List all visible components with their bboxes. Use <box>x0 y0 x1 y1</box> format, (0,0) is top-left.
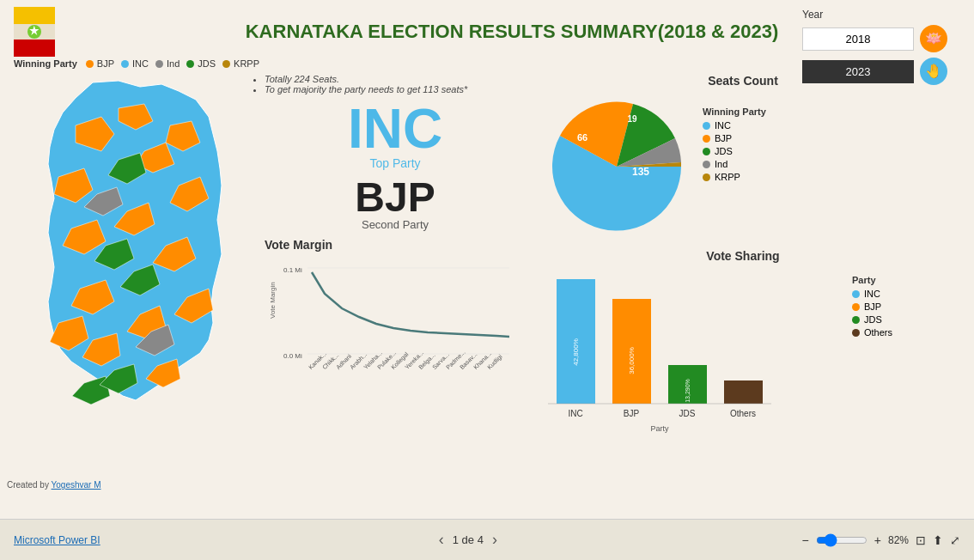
inc-logo-icon: 🤚 <box>919 57 948 86</box>
seats-pie-svg: 135 66 19 <box>539 89 694 244</box>
powerbi-label[interactable]: Microsoft Power BI <box>14 534 134 546</box>
next-page-btn[interactable]: › <box>492 531 497 549</box>
vote-margin-title: Vote Margin <box>265 238 526 252</box>
vote-margin-svg: Vote Margin 0.1 Mi 0.0 Mi Kanak... Chikk… <box>265 255 514 375</box>
bullet-1: Totally 224 Seats. <box>265 74 526 84</box>
svg-text:Vote Margin: Vote Margin <box>269 282 277 319</box>
svg-text:INC: INC <box>568 409 582 418</box>
legend-label-bjp: BJP <box>97 58 114 69</box>
pie-chart-area: 135 66 19 <box>539 89 703 247</box>
bjp-logo-icon: 🪷 <box>919 24 948 53</box>
author-link[interactable]: Yogeshvar M <box>52 480 101 490</box>
footer-right: − + 82% ⊡ ⬆ ⤢ <box>802 533 960 547</box>
seats-legend: Winning Party INC BJP JDS Ind <box>703 89 806 185</box>
vlegend-bjp: BJP <box>852 301 947 312</box>
legend-label-jds: JDS <box>198 58 216 69</box>
share-icon[interactable]: ⬆ <box>933 533 943 547</box>
main-content: Created by Yogeshvar M Totally 224 Seats… <box>0 70 974 491</box>
top-party-name: INC <box>265 101 526 156</box>
fullscreen-icon[interactable]: ⤢ <box>950 533 960 547</box>
vlegend-others: Others <box>852 327 947 338</box>
vote-sharing-bars: 42,800% INC 36,000% BJP 13,290% JDS Othe… <box>539 266 852 441</box>
year-2023-btn[interactable]: 2023 <box>802 60 914 83</box>
svg-rect-64 <box>724 380 763 404</box>
svg-text:36,000%: 36,000% <box>628 347 636 374</box>
legend-item-inc: INC <box>703 120 806 131</box>
footer: Microsoft Power BI ‹ 1 de 4 › − + 82% ⊡ … <box>0 519 974 560</box>
vote-legend-title: Party <box>852 275 947 285</box>
svg-text:13,290%: 13,290% <box>685 379 691 403</box>
svg-text:135: 135 <box>632 166 649 178</box>
legend-item-bjp: BJP <box>703 133 806 143</box>
page-info: 1 de 4 <box>453 533 484 546</box>
seats-legend-title: Winning Party <box>703 107 806 117</box>
legend-label-krpp: KRPP <box>234 58 259 69</box>
center-panel: Totally 224 Seats. To get majority the p… <box>258 70 533 491</box>
vote-sharing-svg: 42,800% INC 36,000% BJP 13,290% JDS Othe… <box>539 266 780 438</box>
zoom-level: 82% <box>888 534 909 546</box>
svg-text:🤚: 🤚 <box>925 63 942 79</box>
zoom-plus-icon[interactable]: + <box>874 533 881 547</box>
legend-dot-bjp <box>86 60 94 68</box>
legend-dot-jds <box>186 60 194 68</box>
top-party-label: Top Party <box>265 156 526 170</box>
vlegend-inc: INC <box>852 289 947 299</box>
legend-dot-ind <box>155 60 163 68</box>
fit-view-icon[interactable]: ⊡ <box>916 533 926 547</box>
year-panel: Year 2018 🪷 2023 🤚 <box>802 9 965 86</box>
svg-rect-0 <box>14 7 55 24</box>
svg-text:0.1 Mi: 0.1 Mi <box>283 266 302 274</box>
zoom-slider[interactable] <box>816 533 867 547</box>
map-credit: Created by Yogeshvar M <box>7 480 101 490</box>
svg-text:Party: Party <box>650 424 669 433</box>
svg-text:BJP: BJP <box>624 409 640 418</box>
year-label: Year <box>802 9 965 21</box>
vote-sharing-legend: Party INC BJP JDS Others <box>852 266 947 340</box>
legend-item-krpp: KRPP <box>703 172 806 182</box>
vote-margin-chart: Vote Margin 0.1 Mi 0.0 Mi Kanak... Chikk… <box>265 255 526 488</box>
svg-text:0.0 Mi: 0.0 Mi <box>283 352 302 360</box>
karnataka-map <box>7 74 247 435</box>
legend-dot-inc <box>121 60 129 68</box>
vlegend-jds: JDS <box>852 314 947 325</box>
svg-text:🪷: 🪷 <box>925 30 942 46</box>
legend-item-ind: Ind <box>703 159 806 169</box>
bullet-2: To get majority the party needs to get 1… <box>265 84 526 94</box>
zoom-minus-icon[interactable]: − <box>802 533 809 547</box>
map-area: Created by Yogeshvar M <box>0 70 258 491</box>
second-party-label: Second Party <box>265 218 526 231</box>
second-party-name: BJP <box>265 177 526 218</box>
prev-page-btn[interactable]: ‹ <box>439 531 444 549</box>
legend-dot-krpp <box>222 60 230 68</box>
info-bullets: Totally 224 Seats. To get majority the p… <box>265 74 526 94</box>
year-2018-btn[interactable]: 2018 <box>802 27 914 51</box>
right-panel: Seats Count <box>533 70 953 491</box>
svg-text:42,800%: 42,800% <box>572 338 580 366</box>
legend-item-jds: JDS <box>703 146 806 156</box>
svg-text:JDS: JDS <box>679 409 696 418</box>
svg-text:19: 19 <box>627 114 637 124</box>
svg-rect-2 <box>14 40 55 57</box>
legend-title: Winning Party <box>14 58 77 69</box>
svg-text:66: 66 <box>577 132 587 143</box>
svg-text:Others: Others <box>730 409 756 418</box>
vote-sharing-title: Vote Sharing <box>539 249 947 263</box>
legend-label-ind: Ind <box>167 58 180 69</box>
legend-label-inc: INC <box>132 58 149 69</box>
karnataka-flag <box>14 7 55 57</box>
